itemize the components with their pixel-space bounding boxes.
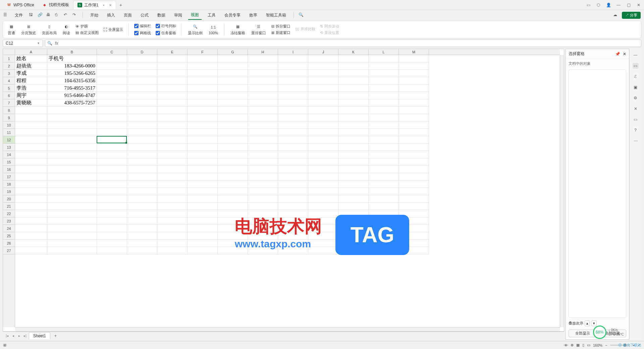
cell[interactable] [338, 203, 369, 210]
cell[interactable] [308, 181, 338, 188]
cell[interactable] [97, 210, 127, 217]
cell[interactable]: 姓名 [15, 55, 47, 62]
cell[interactable] [338, 99, 369, 107]
cell[interactable] [399, 136, 429, 144]
cell[interactable] [127, 151, 157, 158]
cell[interactable] [218, 62, 248, 70]
cell[interactable] [47, 232, 97, 240]
cell[interactable] [248, 181, 278, 188]
cell[interactable] [157, 129, 187, 136]
cell[interactable] [187, 173, 218, 181]
cell[interactable] [187, 247, 218, 254]
cell[interactable] [278, 247, 308, 254]
formula-input[interactable] [61, 41, 639, 46]
row-header-21[interactable]: 21 [3, 203, 15, 210]
cell[interactable] [97, 55, 127, 62]
cell[interactable] [308, 85, 338, 92]
cell[interactable] [338, 188, 369, 195]
cell[interactable] [47, 188, 97, 195]
row-header-24[interactable]: 24 [3, 225, 15, 232]
cell[interactable] [338, 55, 369, 62]
cell[interactable] [338, 195, 369, 203]
cell[interactable] [97, 136, 127, 144]
cell[interactable] [338, 121, 369, 129]
cell[interactable] [187, 166, 218, 173]
row-header-26[interactable]: 26 [3, 240, 15, 247]
row-header-27[interactable]: 27 [3, 247, 15, 254]
zoom-in-icon[interactable]: + [633, 343, 635, 347]
cell[interactable] [157, 210, 187, 217]
cell[interactable] [278, 240, 308, 247]
cell[interactable] [248, 129, 278, 136]
page-preview-button[interactable]: ⊞分页预览 [19, 23, 38, 36]
cell[interactable] [278, 166, 308, 173]
cell[interactable] [308, 114, 338, 121]
cell[interactable] [369, 107, 399, 114]
cell[interactable] [218, 99, 248, 107]
window-close-icon[interactable]: ✕ [636, 2, 641, 8]
cell[interactable] [127, 77, 157, 85]
cell[interactable] [338, 129, 369, 136]
cell[interactable] [248, 144, 278, 151]
cell[interactable] [338, 210, 369, 217]
cell[interactable] [157, 107, 187, 114]
cell[interactable] [308, 92, 338, 99]
more-rail-icon[interactable]: ⋯ [633, 138, 639, 144]
cell[interactable] [369, 225, 399, 232]
cell[interactable] [47, 225, 97, 232]
cell[interactable] [399, 55, 429, 62]
cell[interactable] [218, 232, 248, 240]
cell[interactable] [97, 166, 127, 173]
view-focus-icon[interactable]: ⊕ [571, 343, 574, 347]
row-header-11[interactable]: 11 [3, 129, 15, 136]
cell[interactable] [338, 232, 369, 240]
zoom-value[interactable]: 160% [593, 343, 602, 347]
cells-area[interactable]: 姓名手机号赵依依183-4266-0000李成195-5266-6265程程10… [15, 55, 560, 327]
edit-bar-checkbox[interactable]: 编辑栏 [133, 23, 152, 29]
cell[interactable] [97, 121, 127, 129]
cell[interactable] [338, 136, 369, 144]
cell[interactable] [47, 240, 97, 247]
cell[interactable] [97, 173, 127, 181]
search-icon[interactable]: 🔍 [299, 12, 304, 18]
cell[interactable] [15, 151, 47, 158]
document-tab[interactable]: S 工作簿1 • ✕ [73, 1, 116, 9]
menu-icon[interactable]: ☰ [3, 12, 9, 18]
cell[interactable] [399, 173, 429, 181]
cell[interactable] [187, 62, 218, 70]
hide-all-button[interactable]: 全部隐藏 [598, 330, 626, 337]
file-menu[interactable]: 文件 [12, 11, 25, 19]
row-header-5[interactable]: 5 [3, 85, 15, 92]
settings-rail-icon[interactable]: ✕ [633, 106, 639, 112]
cell[interactable] [157, 247, 187, 254]
tab-insert[interactable]: 插入 [104, 11, 118, 19]
cell[interactable] [127, 136, 157, 144]
row-header-12[interactable]: 12 [3, 136, 15, 144]
cell[interactable] [248, 210, 278, 217]
cell[interactable] [127, 144, 157, 151]
cell[interactable] [308, 151, 338, 158]
show-all-button[interactable]: 全部显示 [569, 330, 596, 337]
cell[interactable] [338, 151, 369, 158]
cell[interactable] [47, 107, 97, 114]
cell[interactable] [157, 114, 187, 121]
row-header-15[interactable]: 15 [3, 158, 15, 166]
cell[interactable] [308, 225, 338, 232]
cell[interactable] [187, 55, 218, 62]
cell[interactable] [187, 203, 218, 210]
cell[interactable] [308, 121, 338, 129]
cell[interactable] [127, 70, 157, 77]
cell[interactable] [15, 136, 47, 144]
view-normal-icon[interactable]: ▦ [576, 343, 580, 347]
cell[interactable] [399, 232, 429, 240]
cell[interactable] [369, 173, 399, 181]
cell[interactable] [157, 166, 187, 173]
tab-smart-toolbox[interactable]: 智能工具箱 [263, 11, 289, 19]
cell[interactable] [248, 121, 278, 129]
col-header-H[interactable]: H [248, 49, 278, 55]
cell[interactable] [369, 240, 399, 247]
cell[interactable] [157, 225, 187, 232]
cell[interactable] [308, 70, 338, 77]
cell[interactable] [127, 55, 157, 62]
col-header-F[interactable]: F [187, 49, 218, 55]
